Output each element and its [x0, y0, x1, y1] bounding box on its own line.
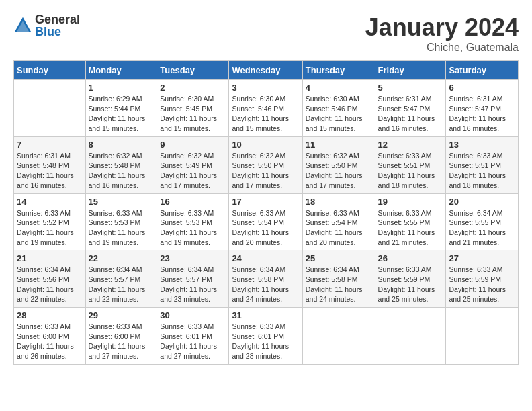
calendar-cell — [14, 80, 86, 137]
day-info: Sunrise: 6:33 AMSunset: 6:00 PMDaylight:… — [17, 322, 83, 361]
calendar-cell: 10Sunrise: 6:32 AMSunset: 5:50 PMDayligh… — [229, 136, 302, 193]
day-info: Sunrise: 6:32 AMSunset: 5:48 PMDaylight:… — [89, 151, 154, 191]
day-info: Sunrise: 6:33 AMSunset: 5:53 PMDaylight:… — [89, 208, 154, 248]
day-info: Sunrise: 6:33 AMSunset: 5:59 PMDaylight:… — [449, 265, 515, 304]
calendar-cell: 20Sunrise: 6:34 AMSunset: 5:55 PMDayligh… — [446, 193, 519, 250]
calendar-cell: 23Sunrise: 6:34 AMSunset: 5:57 PMDayligh… — [157, 250, 229, 308]
calendar-cell: 2Sunrise: 6:30 AMSunset: 5:45 PMDaylight… — [157, 80, 229, 137]
calendar-cell: 13Sunrise: 6:33 AMSunset: 5:51 PMDayligh… — [446, 136, 519, 193]
header-day: Monday — [85, 61, 157, 80]
calendar-week: 28Sunrise: 6:33 AMSunset: 6:00 PMDayligh… — [14, 308, 519, 365]
calendar-cell: 19Sunrise: 6:33 AMSunset: 5:55 PMDayligh… — [375, 193, 446, 250]
day-number: 3 — [232, 83, 299, 93]
day-number: 15 — [89, 197, 154, 207]
day-info: Sunrise: 6:34 AMSunset: 5:55 PMDaylight:… — [449, 208, 515, 248]
day-number: 16 — [160, 197, 226, 207]
calendar-cell: 22Sunrise: 6:34 AMSunset: 5:57 PMDayligh… — [85, 250, 157, 308]
day-info: Sunrise: 6:33 AMSunset: 5:52 PMDaylight:… — [17, 208, 83, 248]
day-info: Sunrise: 6:34 AMSunset: 5:56 PMDaylight:… — [17, 265, 83, 304]
header-day: Friday — [375, 61, 446, 80]
calendar-cell: 3Sunrise: 6:30 AMSunset: 5:46 PMDaylight… — [229, 80, 302, 137]
day-number: 26 — [378, 253, 443, 263]
calendar-week: 1Sunrise: 6:29 AMSunset: 5:44 PMDaylight… — [14, 80, 519, 137]
day-number: 9 — [160, 140, 226, 150]
calendar-table: SundayMondayTuesdayWednesdayThursdayFrid… — [13, 60, 519, 365]
logo-blue: Blue — [35, 26, 80, 38]
day-info: Sunrise: 6:33 AMSunset: 5:53 PMDaylight:… — [160, 208, 226, 248]
day-info: Sunrise: 6:33 AMSunset: 5:54 PMDaylight:… — [232, 208, 299, 248]
day-info: Sunrise: 6:30 AMSunset: 5:45 PMDaylight:… — [160, 94, 226, 134]
logo-general: General — [35, 13, 80, 26]
day-number: 2 — [160, 83, 226, 93]
day-info: Sunrise: 6:34 AMSunset: 5:58 PMDaylight:… — [306, 265, 372, 304]
calendar-cell: 14Sunrise: 6:33 AMSunset: 5:52 PMDayligh… — [14, 193, 86, 250]
day-number: 17 — [232, 197, 299, 207]
day-number: 6 — [449, 83, 515, 93]
day-info: Sunrise: 6:33 AMSunset: 5:54 PMDaylight:… — [306, 208, 372, 248]
calendar-cell: 25Sunrise: 6:34 AMSunset: 5:58 PMDayligh… — [302, 250, 375, 308]
calendar-week: 14Sunrise: 6:33 AMSunset: 5:52 PMDayligh… — [14, 193, 519, 250]
calendar-cell: 15Sunrise: 6:33 AMSunset: 5:53 PMDayligh… — [85, 193, 157, 250]
day-info: Sunrise: 6:33 AMSunset: 5:55 PMDaylight:… — [378, 208, 443, 248]
calendar-cell: 28Sunrise: 6:33 AMSunset: 6:00 PMDayligh… — [14, 308, 86, 365]
day-info: Sunrise: 6:31 AMSunset: 5:47 PMDaylight:… — [378, 94, 443, 134]
day-number: 7 — [17, 140, 83, 150]
calendar-cell: 4Sunrise: 6:30 AMSunset: 5:46 PMDaylight… — [302, 80, 375, 137]
day-number: 20 — [449, 197, 515, 207]
day-number: 21 — [17, 253, 83, 263]
day-number: 12 — [378, 140, 443, 150]
day-info: Sunrise: 6:33 AMSunset: 5:59 PMDaylight:… — [378, 265, 443, 304]
day-number: 13 — [449, 140, 515, 150]
calendar-cell: 11Sunrise: 6:32 AMSunset: 5:50 PMDayligh… — [302, 136, 375, 193]
calendar-cell: 30Sunrise: 6:33 AMSunset: 6:01 PMDayligh… — [157, 308, 229, 365]
day-info: Sunrise: 6:31 AMSunset: 5:48 PMDaylight:… — [17, 151, 83, 191]
logo-text: General Blue — [35, 13, 80, 38]
day-info: Sunrise: 6:34 AMSunset: 5:57 PMDaylight:… — [89, 265, 154, 304]
day-number: 18 — [306, 197, 372, 207]
day-info: Sunrise: 6:33 AMSunset: 6:01 PMDaylight:… — [232, 322, 299, 361]
day-info: Sunrise: 6:33 AMSunset: 6:01 PMDaylight:… — [160, 322, 226, 361]
calendar-cell — [446, 308, 519, 365]
header-day: Sunday — [14, 61, 86, 80]
day-info: Sunrise: 6:29 AMSunset: 5:44 PMDaylight:… — [89, 94, 154, 134]
calendar-cell: 9Sunrise: 6:32 AMSunset: 5:49 PMDaylight… — [157, 136, 229, 193]
calendar-cell: 6Sunrise: 6:31 AMSunset: 5:47 PMDaylight… — [446, 80, 519, 137]
calendar-week: 21Sunrise: 6:34 AMSunset: 5:56 PMDayligh… — [14, 250, 519, 308]
calendar-header: SundayMondayTuesdayWednesdayThursdayFrid… — [14, 61, 519, 80]
calendar-cell: 7Sunrise: 6:31 AMSunset: 5:48 PMDaylight… — [14, 136, 86, 193]
day-number: 29 — [89, 310, 154, 320]
calendar-cell: 8Sunrise: 6:32 AMSunset: 5:48 PMDaylight… — [85, 136, 157, 193]
logo-icon — [13, 16, 32, 35]
day-number: 22 — [89, 253, 154, 263]
calendar-cell: 16Sunrise: 6:33 AMSunset: 5:53 PMDayligh… — [157, 193, 229, 250]
title-block: January 2024 Chiche, Guatemala — [365, 13, 519, 54]
day-number: 25 — [306, 253, 372, 263]
day-number: 27 — [449, 253, 515, 263]
calendar-subtitle: Chiche, Guatemala — [365, 42, 519, 54]
day-info: Sunrise: 6:32 AMSunset: 5:50 PMDaylight:… — [306, 151, 372, 191]
day-number: 1 — [89, 83, 154, 93]
day-info: Sunrise: 6:32 AMSunset: 5:50 PMDaylight:… — [232, 151, 299, 191]
calendar-week: 7Sunrise: 6:31 AMSunset: 5:48 PMDaylight… — [14, 136, 519, 193]
calendar-cell: 17Sunrise: 6:33 AMSunset: 5:54 PMDayligh… — [229, 193, 302, 250]
calendar-title: January 2024 — [365, 13, 519, 42]
day-number: 30 — [160, 310, 226, 320]
day-info: Sunrise: 6:31 AMSunset: 5:47 PMDaylight:… — [449, 94, 515, 134]
header-day: Thursday — [302, 61, 375, 80]
calendar-cell: 27Sunrise: 6:33 AMSunset: 5:59 PMDayligh… — [446, 250, 519, 308]
day-info: Sunrise: 6:32 AMSunset: 5:49 PMDaylight:… — [160, 151, 226, 191]
day-info: Sunrise: 6:33 AMSunset: 5:51 PMDaylight:… — [449, 151, 515, 191]
day-info: Sunrise: 6:30 AMSunset: 5:46 PMDaylight:… — [232, 94, 299, 134]
calendar-cell: 24Sunrise: 6:34 AMSunset: 5:58 PMDayligh… — [229, 250, 302, 308]
calendar-cell: 18Sunrise: 6:33 AMSunset: 5:54 PMDayligh… — [302, 193, 375, 250]
day-number: 23 — [160, 253, 226, 263]
header-row: SundayMondayTuesdayWednesdayThursdayFrid… — [14, 61, 519, 80]
calendar-body: 1Sunrise: 6:29 AMSunset: 5:44 PMDaylight… — [14, 80, 519, 365]
day-number: 4 — [306, 83, 372, 93]
day-number: 11 — [306, 140, 372, 150]
day-number: 5 — [378, 83, 443, 93]
day-number: 28 — [17, 310, 83, 320]
day-info: Sunrise: 6:34 AMSunset: 5:57 PMDaylight:… — [160, 265, 226, 304]
header-day: Tuesday — [157, 61, 229, 80]
calendar-cell: 5Sunrise: 6:31 AMSunset: 5:47 PMDaylight… — [375, 80, 446, 137]
